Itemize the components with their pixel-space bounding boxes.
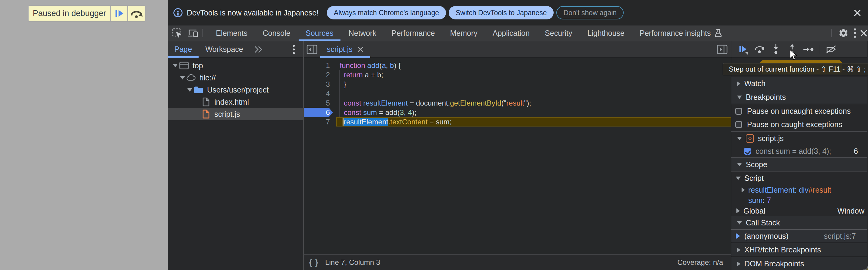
close-icon[interactable] — [358, 47, 364, 53]
tab-sources[interactable]: Sources — [298, 26, 341, 41]
inspect-icon — [172, 28, 182, 38]
debugger-toolbar — [731, 41, 867, 58]
section-watch[interactable]: Watch — [731, 77, 867, 90]
scope-global-row[interactable]: Global Window — [731, 205, 867, 216]
line-number[interactable]: 3 — [304, 80, 336, 89]
breakpoint-entry[interactable]: const sum = add(3, 4); 6 — [731, 145, 867, 157]
breakpoint-line-number[interactable]: 6 — [304, 108, 336, 117]
tab-performance[interactable]: Performance — [384, 26, 442, 41]
settings-button[interactable] — [836, 26, 850, 41]
editor-tab-scriptjs[interactable]: script.js — [320, 41, 370, 57]
editor-gutter[interactable]: 1234567 — [304, 58, 336, 254]
call-frame-row[interactable]: (anonymous) script.js:7 — [731, 230, 867, 242]
code-token — [340, 71, 344, 79]
code-line-7[interactable]: resultElement.textContent = sum; — [336, 117, 731, 126]
switch-devtools-japanese-button[interactable]: Switch DevTools to Japanese — [449, 6, 554, 20]
pause-caught-exceptions-row[interactable]: Pause on caught exceptions — [731, 118, 867, 131]
step-over-button-overlay[interactable] — [128, 6, 145, 21]
more-tabs-button[interactable] — [250, 41, 267, 57]
tree-item-users-user-project[interactable]: Users/user/project — [168, 84, 303, 96]
tab-application[interactable]: Application — [485, 26, 537, 41]
code-token: } — [340, 80, 346, 88]
collapse-navigator-button[interactable] — [304, 41, 320, 57]
breakpoint-group-scriptjs[interactable]: ‹› script.js — [731, 132, 867, 145]
match-chrome-language-button[interactable]: Always match Chrome's language — [327, 6, 446, 20]
navigator-tab-workspace[interactable]: Workspace — [198, 41, 250, 57]
step-over-icon — [130, 8, 143, 19]
code-line-1[interactable]: function add(a, b) { — [336, 61, 731, 70]
settings-gear-icon — [838, 28, 848, 38]
code-line-4[interactable] — [336, 89, 731, 98]
scope-var-resultelement[interactable]: resultElement: div#result — [731, 185, 867, 195]
var-sep: : — [795, 186, 799, 194]
line-number[interactable]: 1 — [304, 61, 336, 70]
code-token: a + b; — [363, 71, 383, 79]
tab-lighthouse[interactable]: Lighthouse — [580, 26, 632, 41]
code-line-3[interactable]: } — [336, 80, 731, 89]
var-value: 7 — [767, 196, 771, 205]
code-editor[interactable]: 1234567 function add(a, b) { return a + … — [304, 58, 731, 254]
paused-banner-label: Paused in debugger — [29, 6, 110, 21]
tab-console[interactable]: Console — [255, 26, 298, 41]
pause-caught-checkbox[interactable] — [735, 121, 742, 128]
tab-label: Elements — [216, 29, 247, 38]
code-token: return — [344, 71, 363, 79]
tab-memory[interactable]: Memory — [442, 26, 485, 41]
code-token: const — [344, 108, 361, 117]
line-number[interactable]: 7 — [304, 117, 336, 126]
tab-security[interactable]: Security — [537, 26, 580, 41]
device-toolbar-icon — [187, 28, 198, 38]
toggle-sidebar-button[interactable] — [714, 41, 731, 57]
editor-code[interactable]: function add(a, b) { return a + b; } con… — [336, 58, 731, 254]
deactivate-breakpoints-icon — [825, 44, 838, 55]
step-out-tooltip: Step out of current function - ⇧ F11 - ⌘… — [723, 63, 868, 75]
navigator-menu-button[interactable] — [287, 41, 301, 57]
step-into-button[interactable] — [768, 42, 784, 57]
deactivate-breakpoints-button[interactable] — [823, 42, 839, 57]
var-name: sum — [748, 196, 763, 205]
code-line-5[interactable]: const resultElement = document.getElemen… — [336, 98, 731, 108]
tab-performance-insights[interactable]: Performance insights — [632, 26, 730, 41]
line-number[interactable]: 5 — [304, 98, 336, 108]
scope-var-sum[interactable]: sum: 7 — [731, 195, 867, 205]
section-dom-breakpoints[interactable]: DOM Breakpoints — [731, 257, 867, 270]
tree-item-file-[interactable]: file:// — [168, 71, 303, 84]
resume-button[interactable] — [735, 42, 751, 57]
pause-uncaught-checkbox[interactable] — [735, 108, 742, 115]
code-line-6[interactable]: const sum = add(3, 4); — [336, 108, 731, 117]
tree-item-index-html[interactable]: index.html — [168, 96, 303, 108]
breakpoint-checkbox[interactable] — [744, 148, 751, 155]
infobar-close-button[interactable] — [851, 7, 864, 19]
section-scope[interactable]: Scope — [731, 158, 867, 171]
section-call-stack[interactable]: Call Stack — [731, 216, 867, 229]
resume-script-button[interactable] — [111, 6, 127, 21]
panel-left-close-icon — [307, 44, 317, 54]
tree-item-script-js[interactable]: script.js — [168, 108, 303, 120]
line-number[interactable]: 2 — [304, 70, 336, 80]
dont-show-again-button[interactable]: Don't show again — [556, 6, 624, 20]
code-line-2[interactable]: return a + b; — [336, 70, 731, 80]
line-number[interactable]: 4 — [304, 89, 336, 98]
tab-label: Application — [493, 29, 530, 38]
inspect-element-button[interactable] — [169, 26, 185, 41]
step-button[interactable] — [800, 42, 817, 57]
device-toolbar-button[interactable] — [185, 26, 201, 41]
infobar-message: DevTools is now available in Japanese! — [187, 8, 319, 17]
pause-uncaught-exceptions-row[interactable]: Pause on uncaught exceptions — [731, 104, 867, 118]
tab-network[interactable]: Network — [341, 26, 384, 41]
code-token: function — [340, 61, 365, 69]
scope-label: Scope — [746, 160, 767, 169]
pretty-print-button[interactable]: { } — [309, 258, 319, 267]
tab-elements[interactable]: Elements — [208, 26, 255, 41]
global-value: Window — [837, 207, 864, 215]
more-options-button[interactable] — [850, 26, 860, 41]
code-token — [340, 99, 344, 107]
devtools-close-button[interactable] — [860, 26, 868, 41]
tree-item-top[interactable]: top — [168, 59, 303, 71]
section-breakpoints[interactable]: Breakpoints — [731, 90, 867, 104]
scope-script-section[interactable]: Script — [731, 172, 867, 185]
editor-tab-label: script.js — [327, 45, 352, 54]
navigator-tab-page[interactable]: Page — [168, 41, 198, 57]
section-xhr-breakpoints[interactable]: XHR/fetch Breakpoints — [731, 243, 867, 256]
step-over-button[interactable] — [751, 42, 768, 57]
